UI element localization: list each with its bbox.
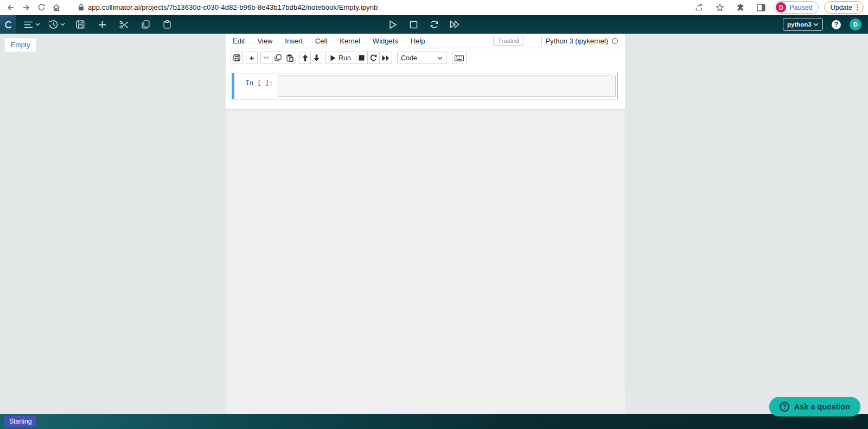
- kernel-select-value: python3: [787, 21, 812, 28]
- cell-prompt: In [ ]:: [234, 75, 278, 97]
- menu-help[interactable]: Help: [411, 37, 425, 45]
- update-label: Update: [831, 4, 852, 11]
- bookmark-star-icon[interactable]: [712, 1, 727, 14]
- browser-update-menu[interactable]: Update: [824, 1, 864, 14]
- menu-widgets[interactable]: Widgets: [373, 37, 398, 45]
- kernel-name-label[interactable]: Python 3 (ipykernel): [545, 37, 608, 45]
- notebook-tab-empty[interactable]: Empty: [4, 38, 36, 52]
- ask-a-question-button[interactable]: ? Ask a question: [769, 397, 860, 417]
- collimator-logo[interactable]: [0, 15, 16, 34]
- simulation-status-badge: Starting: [4, 416, 36, 427]
- cell-type-value: Code: [401, 54, 417, 62]
- cut-cell-button[interactable]: ✂: [260, 52, 272, 64]
- help-button[interactable]: ?: [832, 20, 841, 29]
- paste-icon[interactable]: [161, 18, 174, 31]
- menu-kernel[interactable]: Kernel: [340, 37, 360, 45]
- interrupt-kernel-button[interactable]: [356, 52, 368, 64]
- kernel-idle-indicator-icon: [612, 38, 618, 44]
- url-text: app.collimator.ai/projects/7b13630d-c030…: [88, 3, 378, 11]
- move-cell-up-button[interactable]: [299, 52, 311, 64]
- run-simulation-icon[interactable]: [386, 18, 399, 31]
- copy-cell-button[interactable]: [272, 52, 284, 64]
- side-panel-icon[interactable]: [754, 1, 769, 14]
- share-icon[interactable]: [692, 1, 707, 14]
- notebook-frame: Edit View Insert Cell Kernel Widgets Hel…: [226, 34, 625, 414]
- browser-menu-icon[interactable]: [857, 4, 858, 11]
- browser-profile-chip[interactable]: D Paused: [774, 1, 818, 14]
- trusted-badge: Trusted: [493, 36, 524, 46]
- run-label: Run: [339, 54, 351, 62]
- stop-simulation-icon[interactable]: [407, 18, 420, 31]
- back-icon[interactable]: [3, 1, 18, 14]
- notebook-background: [226, 109, 625, 384]
- run-cell-button[interactable]: Run: [325, 52, 356, 64]
- question-mark-icon: ?: [780, 402, 789, 412]
- cell-code-input[interactable]: [278, 75, 616, 97]
- menu-insert[interactable]: Insert: [285, 37, 303, 45]
- kernel-select-dropdown[interactable]: python3: [783, 18, 823, 31]
- browser-toolbar: app.collimator.ai/projects/7b13630d-c030…: [0, 0, 868, 15]
- paste-cell-button[interactable]: [284, 52, 296, 64]
- insert-cell-below-button[interactable]: +: [246, 52, 258, 64]
- save-checkpoint-button[interactable]: [231, 52, 243, 64]
- copy-icon[interactable]: [139, 18, 152, 31]
- add-icon[interactable]: [95, 18, 108, 31]
- extensions-icon[interactable]: [733, 1, 748, 14]
- save-icon[interactable]: [74, 18, 87, 31]
- secure-lock-icon: [78, 4, 84, 11]
- ask-a-question-label: Ask a question: [794, 402, 850, 411]
- notebook-toolbar: + ✂: [226, 48, 625, 67]
- fast-forward-icon[interactable]: [448, 18, 461, 31]
- home-icon[interactable]: [49, 1, 64, 14]
- restart-run-all-button[interactable]: [379, 52, 392, 64]
- divider: [541, 36, 541, 46]
- project-menu-button[interactable]: [24, 21, 40, 28]
- simulation-history-button[interactable]: [49, 20, 65, 29]
- app-toolbar: python3 ? D: [0, 15, 868, 34]
- cut-icon[interactable]: [117, 18, 130, 31]
- reload-icon[interactable]: [34, 1, 49, 14]
- content-area: Empty Edit View Insert Cell Kernel Widge…: [0, 34, 868, 414]
- restart-kernel-button[interactable]: [367, 52, 380, 64]
- code-cell[interactable]: In [ ]:: [232, 73, 618, 99]
- notebook-menubar: Edit View Insert Cell Kernel Widgets Hel…: [226, 34, 625, 48]
- profile-avatar: D: [776, 2, 786, 12]
- move-cell-down-button[interactable]: [310, 52, 322, 64]
- menu-edit[interactable]: Edit: [233, 37, 245, 45]
- command-palette-button[interactable]: [452, 52, 467, 64]
- menu-view[interactable]: View: [257, 37, 272, 45]
- menu-cell[interactable]: Cell: [315, 37, 327, 45]
- forward-icon[interactable]: [18, 1, 34, 14]
- address-bar[interactable]: app.collimator.ai/projects/7b13630d-c030…: [78, 3, 688, 11]
- user-avatar[interactable]: D: [850, 18, 861, 30]
- sync-paused-label: Paused: [789, 4, 812, 11]
- status-bar: Starting: [0, 414, 868, 429]
- rerun-simulation-icon[interactable]: [427, 18, 441, 31]
- cell-type-dropdown[interactable]: Code: [397, 52, 446, 64]
